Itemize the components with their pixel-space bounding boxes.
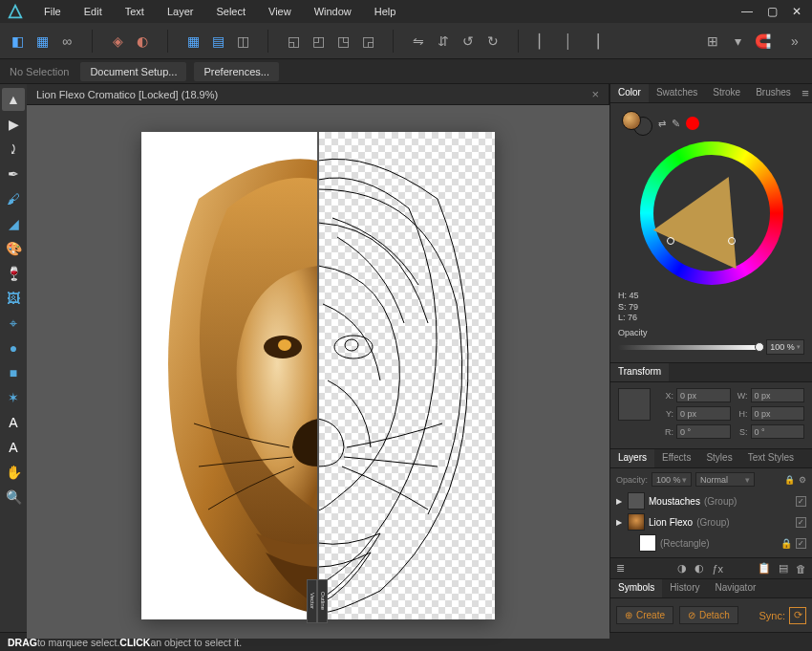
menu-file[interactable]: File: [32, 2, 73, 21]
layer-row[interactable]: ▶ (Rectangle) 🔒 ✓: [610, 532, 812, 553]
persona-export-icon[interactable]: ∞: [55, 30, 78, 53]
layers-settings-icon[interactable]: ⚙: [799, 475, 806, 485]
lock-icon[interactable]: 🔒: [780, 538, 792, 549]
viewport[interactable]: Vector Outline: [27, 105, 609, 639]
expand-icon[interactable]: ▶: [616, 497, 624, 506]
visibility-checkbox[interactable]: ✓: [796, 517, 806, 528]
transform-s-input[interactable]: 0 °: [751, 424, 805, 439]
color-wells[interactable]: [622, 111, 652, 136]
transform-x-input[interactable]: 0 px: [676, 388, 731, 402]
move-tool[interactable]: ▲: [2, 88, 25, 111]
menu-view[interactable]: View: [257, 2, 303, 21]
eyedropper-icon[interactable]: ✎: [672, 118, 680, 130]
split-view-handle[interactable]: Vector Outline: [307, 579, 330, 623]
hue-cursor[interactable]: [667, 237, 674, 245]
transform-w-input[interactable]: 0 px: [751, 388, 805, 402]
recent-color-chip[interactable]: [686, 117, 699, 130]
text-tool[interactable]: A: [2, 411, 25, 434]
move-back-icon[interactable]: ◱: [282, 30, 305, 53]
transform-y-input[interactable]: 0 px: [676, 406, 731, 421]
tab-text-styles[interactable]: Text Styles: [740, 449, 801, 467]
gradient-tool[interactable]: 🎨: [2, 237, 25, 260]
minimize-button[interactable]: —: [737, 3, 757, 20]
move-forward-icon[interactable]: ◳: [331, 30, 354, 53]
color-wheel[interactable]: [640, 141, 783, 285]
transform-h-input[interactable]: 0 px: [751, 406, 805, 421]
pan-tool[interactable]: ✋: [2, 461, 25, 484]
opacity-thumb[interactable]: [755, 342, 764, 352]
baseline-icon[interactable]: ◫: [231, 30, 254, 53]
toolbar-defaults-icon[interactable]: ◐: [131, 30, 154, 53]
fx-icon[interactable]: ƒx: [712, 563, 723, 575]
place-tool[interactable]: 🖼: [2, 287, 25, 310]
menu-text[interactable]: Text: [114, 2, 156, 21]
symbol-detach-button[interactable]: ⊘Detach: [679, 606, 738, 624]
tab-swatches[interactable]: Swatches: [649, 84, 705, 102]
transform-tab[interactable]: Transform: [610, 363, 669, 381]
lock-all-icon[interactable]: 🔒: [784, 475, 795, 485]
magnet-icon[interactable]: 🧲: [751, 30, 774, 53]
tab-stroke[interactable]: Stroke: [705, 84, 748, 102]
close-tab-icon[interactable]: ×: [591, 87, 599, 101]
tab-effects[interactable]: Effects: [654, 449, 698, 467]
persona-pixel-icon[interactable]: ▦: [31, 30, 53, 53]
adjustment-icon[interactable]: ◐: [694, 562, 704, 575]
corner-tool[interactable]: ⤸: [2, 138, 25, 161]
expand-icon[interactable]: ▶: [616, 518, 624, 527]
guides-icon[interactable]: ▤: [206, 30, 229, 53]
tab-layers[interactable]: Layers: [610, 449, 654, 467]
layer-row[interactable]: ▶ Moustaches (Group) ✓: [610, 490, 812, 511]
tab-navigator[interactable]: Navigator: [707, 579, 763, 597]
preferences-button[interactable]: Preferences...: [194, 62, 278, 81]
swap-colors-icon[interactable]: ⇄: [658, 119, 666, 129]
document-setup-button[interactable]: Document Setup...: [80, 62, 186, 81]
fill-tool[interactable]: ◢: [2, 212, 25, 235]
clipboard-icon[interactable]: 📋: [758, 562, 771, 575]
opacity-field[interactable]: 100 %▾: [766, 339, 804, 355]
snapping-dropdown-icon[interactable]: ▾: [726, 30, 749, 53]
visibility-checkbox[interactable]: ✓: [796, 496, 806, 507]
flip-vertical-icon[interactable]: ⇵: [432, 30, 455, 53]
node-tool[interactable]: ▶: [2, 113, 25, 136]
toolbar-synchronize-icon[interactable]: ◈: [106, 30, 129, 53]
layer-opacity-field[interactable]: 100 %▾: [652, 472, 692, 487]
layers-stack-icon[interactable]: ≣: [616, 562, 625, 575]
sync-toggle[interactable]: ⟳: [789, 607, 806, 624]
fill-color-well[interactable]: [622, 111, 641, 130]
flip-horizontal-icon[interactable]: ⇋: [407, 30, 430, 53]
split-mode-right[interactable]: Outline: [317, 579, 328, 623]
toolbar-overflow-icon[interactable]: »: [783, 30, 806, 53]
grid-icon[interactable]: ▦: [182, 30, 204, 53]
delete-layer-icon[interactable]: 🗑: [796, 563, 806, 575]
frame-text-tool[interactable]: A: [2, 436, 25, 459]
layer-row[interactable]: ▶ Lion Flexo (Group) ✓: [610, 511, 812, 532]
anchor-widget[interactable]: [618, 388, 651, 421]
tab-brushes[interactable]: Brushes: [748, 84, 799, 102]
sl-cursor[interactable]: [728, 237, 736, 245]
visibility-checkbox[interactable]: ✓: [796, 538, 806, 549]
persona-designer-icon[interactable]: ◧: [6, 30, 29, 53]
tab-styles[interactable]: Styles: [698, 449, 739, 467]
brush-tool[interactable]: 🖌: [2, 187, 25, 210]
tab-symbols[interactable]: Symbols: [610, 579, 662, 597]
pen-tool[interactable]: ✒: [2, 163, 25, 185]
align-right-icon[interactable]: ▕: [582, 30, 605, 53]
rotate-cw-icon[interactable]: ↻: [481, 30, 504, 53]
symbol-create-button[interactable]: ⊕Create: [616, 606, 673, 624]
tab-history[interactable]: History: [662, 579, 707, 597]
shape-rect-tool[interactable]: ■: [2, 361, 25, 384]
document-tab[interactable]: Lion Flexo Cromatico [Locked] (18.9%) ×: [27, 84, 609, 104]
add-layer-icon[interactable]: ▤: [779, 562, 788, 575]
align-center-icon[interactable]: │: [557, 30, 580, 53]
menu-select[interactable]: Select: [204, 2, 257, 21]
align-left-icon[interactable]: ▏: [532, 30, 555, 53]
zoom-tool[interactable]: 🔍: [2, 486, 25, 509]
mask-icon[interactable]: ◑: [677, 562, 687, 575]
menu-window[interactable]: Window: [303, 2, 363, 21]
menu-edit[interactable]: Edit: [73, 2, 114, 21]
move-front-icon[interactable]: ◲: [356, 30, 379, 53]
move-backward-icon[interactable]: ◰: [307, 30, 330, 53]
transparency-tool[interactable]: 🍷: [2, 262, 25, 285]
crop-tool[interactable]: ⌖: [2, 312, 25, 335]
transform-r-input[interactable]: 0 °: [676, 424, 731, 439]
